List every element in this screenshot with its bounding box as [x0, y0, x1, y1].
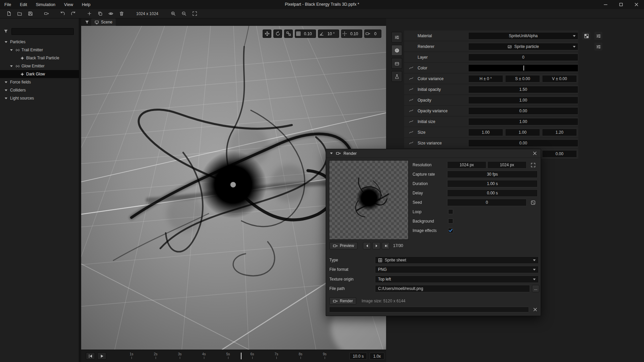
playback-speed-field[interactable]: 1.0x [370, 353, 384, 360]
size-x-field[interactable]: 1.00 [468, 129, 503, 136]
opacity-variance-field[interactable]: 0.00 [468, 107, 578, 115]
texture-origin-dropdown[interactable]: Top left [375, 276, 539, 283]
rotate-tool-button[interactable] [273, 29, 282, 38]
tree-item-black-trail-particle[interactable]: Black Trail Particle [0, 54, 79, 62]
gradient-marker[interactable] [523, 65, 524, 71]
new-file-button[interactable] [3, 10, 14, 18]
zoom-out-button[interactable] [178, 10, 189, 18]
menu-view[interactable]: View [60, 0, 77, 9]
image-effects-checkbox[interactable] [448, 228, 453, 233]
minimize-button[interactable] [598, 0, 613, 9]
grid-snap-group[interactable]: 0.10 [295, 29, 316, 38]
tree-item-light-sources[interactable]: Light sources [0, 94, 79, 102]
collapse-arrow-icon[interactable] [330, 153, 333, 154]
emitter-handle[interactable] [230, 182, 236, 187]
redo-button[interactable] [68, 10, 78, 18]
expand-arrow-icon[interactable] [10, 65, 13, 67]
capture-rate-field[interactable]: 30 fps [447, 171, 538, 178]
partial-value-field[interactable]: 0.00 [542, 150, 577, 158]
angle-snap-group[interactable]: 10 ° [318, 29, 339, 38]
skip-start-button[interactable] [86, 352, 95, 360]
tree-item-particles[interactable]: Particles [0, 38, 79, 46]
playhead[interactable] [241, 353, 241, 359]
search-filter-button[interactable] [3, 28, 9, 34]
duration-field[interactable]: 1.00 s [447, 180, 538, 187]
expand-arrow-icon[interactable] [5, 41, 7, 43]
angle-snap-value[interactable]: 10 ° [324, 32, 338, 36]
camera-value[interactable]: 0 [370, 32, 380, 36]
play-button[interactable] [97, 352, 106, 360]
delay-field[interactable]: 0.00 s [447, 189, 538, 197]
material-texture-button[interactable] [582, 32, 590, 40]
object-search-input[interactable] [11, 28, 74, 35]
render-button-toolbar[interactable] [41, 10, 52, 18]
menu-edit[interactable]: Edit [15, 0, 32, 9]
expand-arrow-icon[interactable] [5, 98, 7, 99]
cancel-render-button[interactable] [531, 306, 539, 313]
expand-arrow-icon[interactable] [10, 49, 13, 51]
layer-field[interactable]: 0 [468, 54, 578, 61]
renderer-settings-button[interactable] [594, 43, 602, 51]
menu-help[interactable]: Help [77, 0, 95, 9]
size-y-field[interactable]: 1.00 [505, 129, 540, 136]
tree-item-colliders[interactable]: Colliders [0, 86, 79, 94]
duplicate-button[interactable] [95, 10, 105, 18]
transform-tool-button[interactable] [284, 29, 293, 38]
menu-simulation[interactable]: Simulation [32, 0, 60, 9]
tab-scene[interactable]: Scene [91, 18, 116, 26]
precision-value[interactable]: 0.10 [347, 32, 361, 36]
dialog-close-button[interactable] [531, 150, 538, 157]
file-format-dropdown[interactable]: PNG [375, 266, 539, 273]
renderer-dropdown[interactable]: Sprite particle [468, 43, 578, 50]
add-object-button[interactable] [84, 10, 95, 18]
color-gradient-field[interactable] [468, 64, 578, 72]
loop-checkbox[interactable] [448, 209, 453, 214]
file-path-field[interactable]: C:/Users/moell/result.png [375, 285, 530, 292]
initial-size-field[interactable]: 1.00 [468, 118, 578, 125]
seed-field[interactable]: 0 [447, 199, 527, 206]
tree-item-trail-emitter[interactable]: Trail Emitter [0, 46, 79, 54]
type-dropdown[interactable]: Sprite sheet [375, 256, 539, 264]
visibility-button[interactable] [105, 10, 116, 18]
browse-button[interactable]: ... [532, 285, 539, 292]
zoom-in-button[interactable] [168, 10, 178, 18]
size-variance-field[interactable]: 0.00 [468, 139, 578, 147]
expand-arrow-icon[interactable] [5, 89, 7, 91]
particle-properties-tab-button[interactable] [391, 45, 402, 56]
maximize-button[interactable] [613, 0, 629, 9]
resolution-height-field[interactable]: 1024 px [487, 161, 527, 169]
menu-file[interactable]: File [0, 0, 15, 9]
value-variance-field[interactable]: V ± 0.00 [542, 75, 577, 82]
saturation-variance-field[interactable]: S ± 0.00 [505, 75, 540, 82]
move-tool-button[interactable] [263, 29, 271, 38]
tree-item-dark-glow[interactable]: Dark Glow [0, 70, 79, 78]
tree-item-force-fields[interactable]: Force fields [0, 78, 79, 86]
previous-frame-button[interactable] [363, 242, 371, 249]
physics-tab-button[interactable] [391, 71, 402, 82]
next-frame-button[interactable] [382, 242, 390, 249]
hue-variance-field[interactable]: H ± 0 ° [468, 75, 503, 82]
delete-button[interactable] [116, 10, 127, 18]
precision-group[interactable]: 0.10 [341, 29, 362, 38]
render-dialog-titlebar[interactable]: Render [326, 149, 541, 158]
grid-size-value[interactable]: 0.10 [301, 32, 315, 36]
save-button[interactable] [25, 10, 36, 18]
resolution-width-field[interactable]: 1024 px [447, 161, 486, 169]
randomize-seed-button[interactable] [529, 199, 537, 206]
size-z-field[interactable]: 1.20 [542, 129, 577, 136]
expand-arrow-icon[interactable] [5, 81, 7, 83]
viewport-menu-button[interactable] [84, 19, 90, 25]
camera-group[interactable]: 0 [364, 29, 381, 38]
fit-view-button[interactable] [189, 10, 200, 18]
layers-tab-button[interactable] [391, 58, 402, 69]
play-preview-button[interactable] [372, 242, 380, 249]
close-button[interactable] [629, 0, 644, 9]
general-settings-tab-button[interactable] [391, 32, 402, 43]
preview-button[interactable]: Preview [329, 242, 358, 249]
background-checkbox[interactable] [448, 219, 453, 224]
tree-item-glow-emitter[interactable]: Glow Emitter [0, 62, 79, 70]
initial-opacity-field[interactable]: 1.50 [468, 86, 578, 93]
material-settings-button[interactable] [594, 32, 602, 40]
duration-field[interactable]: 10.0 s [350, 353, 367, 360]
undo-button[interactable] [57, 10, 68, 18]
